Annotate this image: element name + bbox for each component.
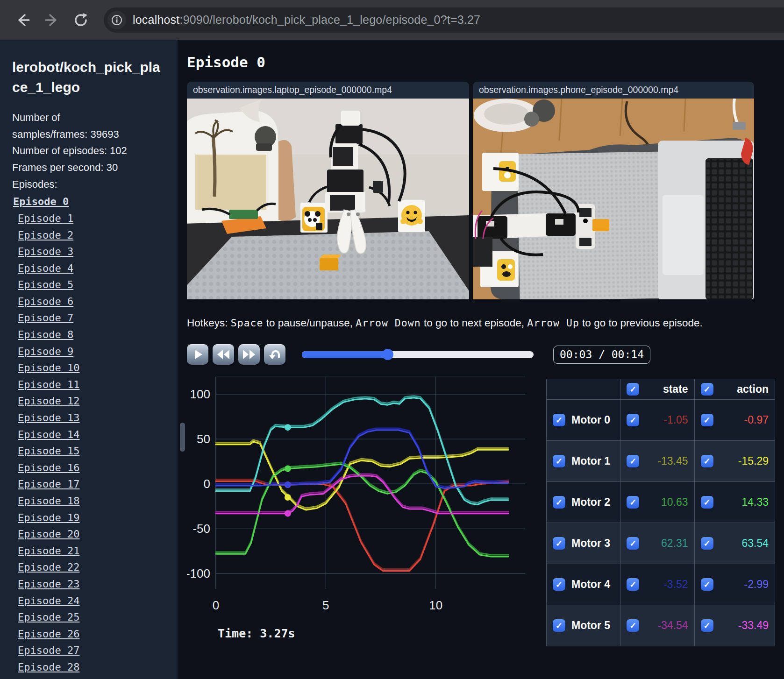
hotkeys-segment: to go to next episode, bbox=[421, 317, 527, 329]
sidebar-episode-link[interactable]: Episode 17 bbox=[18, 476, 79, 493]
state-checkbox[interactable]: ✓ bbox=[627, 414, 639, 426]
sidebar-episode-link[interactable]: Episode 9 bbox=[18, 343, 73, 360]
browser-reload-button[interactable] bbox=[68, 7, 93, 33]
sidebar-episode-link[interactable]: Episode 4 bbox=[18, 260, 73, 277]
state-value: -13.45 bbox=[657, 455, 688, 467]
scrollbar-thumb[interactable] bbox=[180, 423, 185, 452]
sidebar: lerobot/koch_pick_place_1_lego Number of… bbox=[0, 40, 178, 679]
sidebar-episode-link[interactable]: Episode 28 bbox=[18, 659, 79, 676]
sidebar-episode-link[interactable]: Episode 13 bbox=[18, 410, 79, 426]
url-host: localhost bbox=[133, 13, 179, 26]
action-checkbox[interactable]: ✓ bbox=[701, 496, 713, 509]
svg-text:50: 50 bbox=[197, 432, 210, 446]
header-action: ✓action bbox=[694, 379, 775, 400]
browser-forward-button[interactable] bbox=[39, 7, 64, 33]
sidebar-episode-link[interactable]: Episode 16 bbox=[18, 460, 79, 476]
state-checkbox[interactable]: ✓ bbox=[627, 578, 639, 591]
action-checkbox[interactable]: ✓ bbox=[701, 537, 713, 550]
action-value: -2.99 bbox=[744, 578, 769, 591]
state-column-checkbox[interactable]: ✓ bbox=[627, 383, 639, 396]
sidebar-episode-link[interactable]: Episode 18 bbox=[18, 493, 79, 509]
motor-label: Motor 0 bbox=[571, 414, 610, 426]
sidebar-episode-link[interactable]: Episode 20 bbox=[18, 526, 79, 543]
state-checkbox[interactable]: ✓ bbox=[627, 537, 639, 550]
sidebar-episode-link[interactable]: Episode 11 bbox=[18, 376, 79, 393]
action-value: -15.29 bbox=[738, 455, 769, 467]
action-value: 63.54 bbox=[741, 537, 769, 550]
url-path: :9090/lerobot/koch_pick_place_1_lego/epi… bbox=[179, 13, 480, 26]
state-checkbox[interactable]: ✓ bbox=[627, 619, 639, 632]
sidebar-episode-link[interactable]: Episode 1 bbox=[18, 210, 73, 227]
orange-lego-brick bbox=[320, 255, 341, 270]
main-content: Episode 0 observation.images.laptop_epis… bbox=[178, 40, 784, 679]
progress-thumb[interactable] bbox=[382, 349, 393, 360]
forward-arrow-icon bbox=[44, 12, 60, 28]
motor-row-checkbox[interactable]: ✓ bbox=[553, 619, 565, 632]
motor-row-checkbox[interactable]: ✓ bbox=[553, 496, 565, 509]
state-value: -3.52 bbox=[663, 578, 688, 591]
sidebar-episode-link[interactable]: Episode 27 bbox=[18, 642, 79, 659]
sidebar-episode-link[interactable]: Episode 12 bbox=[18, 393, 79, 410]
motor-row-checkbox[interactable]: ✓ bbox=[553, 414, 565, 426]
header-empty bbox=[547, 379, 620, 400]
action-column-checkbox[interactable]: ✓ bbox=[701, 383, 713, 396]
stat-samples: Number of samples/frames: 39693 bbox=[12, 109, 132, 142]
address-bar[interactable]: localhost:9090/lerobot/koch_pick_place_1… bbox=[104, 7, 784, 33]
sidebar-episode-link[interactable]: Episode 7 bbox=[18, 310, 73, 326]
action-checkbox[interactable]: ✓ bbox=[701, 619, 713, 632]
state-checkbox[interactable]: ✓ bbox=[627, 496, 639, 509]
play-button[interactable] bbox=[187, 344, 208, 365]
sidebar-episode-link[interactable]: Episode 6 bbox=[18, 293, 73, 310]
sidebar-episode-link[interactable]: Episode 19 bbox=[18, 509, 79, 526]
svg-text:0: 0 bbox=[204, 477, 210, 491]
header-state: ✓state bbox=[620, 379, 694, 400]
sidebar-episode-link[interactable]: Episode 23 bbox=[18, 576, 79, 593]
fast-forward-button[interactable] bbox=[238, 344, 260, 365]
action-checkbox[interactable]: ✓ bbox=[701, 455, 713, 467]
sidebar-episode-link[interactable]: Episode 15 bbox=[18, 443, 79, 460]
motor-label: Motor 3 bbox=[571, 537, 610, 550]
motor-label: Motor 2 bbox=[571, 496, 610, 509]
sidebar-episode-link[interactable]: Episode 10 bbox=[18, 360, 79, 376]
seek-slider[interactable] bbox=[302, 351, 534, 358]
svg-text:10: 10 bbox=[429, 598, 442, 612]
sidebar-episode-link[interactable]: Episode 8 bbox=[18, 326, 73, 343]
page-title: Episode 0 bbox=[187, 54, 784, 71]
motor-row-checkbox[interactable]: ✓ bbox=[553, 537, 565, 550]
rewind-button[interactable] bbox=[213, 344, 234, 365]
motor-row-checkbox[interactable]: ✓ bbox=[553, 455, 565, 467]
sidebar-episode-link[interactable]: Episode 0 bbox=[13, 193, 69, 210]
svg-text:-50: -50 bbox=[192, 522, 210, 536]
sidebar-episode-link[interactable]: Episode 21 bbox=[18, 543, 79, 559]
sidebar-episode-link[interactable]: Episode 3 bbox=[18, 243, 73, 260]
site-info-icon[interactable] bbox=[107, 11, 126, 29]
laptop bbox=[658, 141, 754, 299]
svg-text:5: 5 bbox=[322, 598, 329, 612]
sidebar-episode-link[interactable]: Episode 25 bbox=[18, 609, 79, 626]
action-value: -33.49 bbox=[738, 619, 769, 632]
motor-row: ✓Motor 5✓-34.54✓-33.49 bbox=[547, 605, 775, 646]
playback-controls: 00:03 / 00:14 bbox=[187, 344, 784, 365]
chart-time-label: Time: 3.27s bbox=[218, 627, 540, 640]
sidebar-episode-link[interactable]: Episode 5 bbox=[18, 276, 73, 293]
action-checkbox[interactable]: ✓ bbox=[701, 414, 713, 426]
url-text: localhost:9090/lerobot/koch_pick_place_1… bbox=[133, 13, 480, 27]
browser-back-button[interactable] bbox=[10, 7, 36, 33]
action-checkbox[interactable]: ✓ bbox=[701, 578, 713, 591]
loop-button[interactable] bbox=[264, 344, 285, 365]
state-checkbox[interactable]: ✓ bbox=[627, 455, 639, 467]
sidebar-episode-link[interactable]: Episode 14 bbox=[18, 426, 79, 443]
sidebar-episode-link[interactable]: Episode 22 bbox=[18, 559, 79, 576]
stat-episodes: Number of episodes: 102 bbox=[12, 142, 132, 159]
video-card-laptop: observation.images.laptop_episode_000000… bbox=[187, 82, 469, 299]
sidebar-episode-link[interactable]: Episode 2 bbox=[18, 227, 73, 244]
motor-row-checkbox[interactable]: ✓ bbox=[553, 578, 565, 591]
video-card-phone: observation.images.phone_episode_000000.… bbox=[473, 82, 754, 299]
sidebar-episode-link[interactable]: Episode 24 bbox=[18, 593, 79, 609]
svg-text:-100: -100 bbox=[187, 566, 210, 580]
phone-camera-video[interactable] bbox=[473, 99, 754, 299]
hotkey-key: Arrow Up bbox=[527, 317, 579, 329]
motor-table: ✓state ✓action ✓Motor 0✓-1.05✓-0.97✓Moto… bbox=[546, 379, 775, 646]
laptop-camera-video[interactable] bbox=[187, 99, 469, 299]
sidebar-episode-link[interactable]: Episode 26 bbox=[18, 626, 79, 643]
